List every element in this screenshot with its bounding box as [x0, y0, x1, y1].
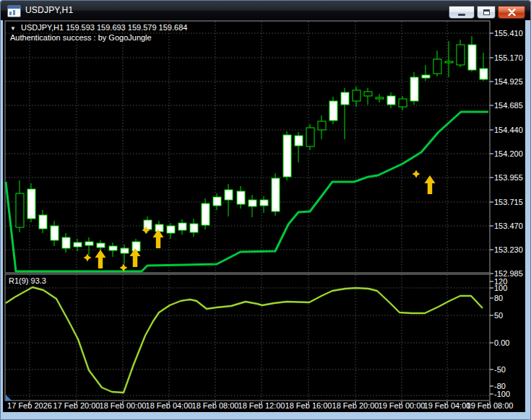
candle-body — [468, 45, 476, 70]
candle-body — [433, 59, 441, 74]
up-arrow-icon — [153, 229, 164, 248]
candle-body — [109, 246, 117, 250]
minimize-icon — [458, 14, 465, 16]
price-axis-label: 153.955 — [494, 173, 523, 182]
candle-body — [422, 75, 430, 78]
candle-body — [121, 248, 129, 253]
mt4-chart-window: USDJPY,H1 155.410155.170154.925154.68515… — [0, 0, 531, 420]
candle-body — [39, 215, 47, 229]
time-axis-label: 18 Feb 00:00 — [100, 401, 147, 410]
price-axis-label: 155.410 — [494, 29, 523, 38]
oscillator-axis-label: -50 — [494, 365, 506, 374]
oscillator-line — [6, 287, 483, 393]
chart-header: ▼ USDJPY,H1 159.593 159.693 159.579 159.… — [10, 23, 187, 32]
oscillator-axis-label: 80 — [494, 294, 503, 302]
price-axis-label: 154.925 — [494, 77, 523, 86]
candle-body — [190, 224, 198, 232]
price-axis-label: 153.715 — [494, 198, 523, 206]
candle-body — [27, 189, 35, 219]
window-title: USDJPY,H1 — [25, 5, 73, 15]
trend-line-path — [6, 112, 488, 271]
time-axis-label: 17 Feb 2026 — [7, 401, 52, 410]
symbol-dropdown-icon[interactable]: ▼ — [10, 25, 16, 32]
window-titlebar[interactable]: USDJPY,H1 — [1, 1, 530, 20]
candle-body — [353, 90, 361, 101]
candle-body — [16, 193, 24, 227]
candle-body — [74, 242, 82, 247]
price-axis-label: 154.200 — [494, 149, 523, 158]
oscillator-axis-label: 50 — [494, 311, 503, 320]
candle-body — [155, 224, 163, 232]
chart-canvas[interactable]: 155.410155.170154.925154.685154.440154.2… — [3, 20, 525, 412]
candle-body — [167, 226, 175, 233]
candle-body — [178, 223, 186, 230]
candle-body — [132, 242, 140, 251]
candle-body — [387, 96, 395, 105]
minimize-button[interactable] — [449, 6, 475, 19]
candle-body — [249, 200, 256, 206]
signal-star-icon — [84, 254, 92, 262]
time-axis-label: 19 Feb 00:00 — [379, 401, 426, 410]
restore-icon — [483, 9, 490, 15]
candle-body — [202, 204, 210, 225]
auth-message: Authentication success : by GogoJungle — [10, 33, 152, 42]
candle-body — [341, 92, 349, 105]
time-axis-label: 17 Feb 20:00 — [53, 401, 100, 410]
indicator-label: R1(9) 93.3 — [9, 276, 46, 285]
candle-body — [364, 92, 372, 96]
close-button[interactable] — [498, 6, 525, 19]
time-axis-label: 18 Feb 04:00 — [146, 401, 193, 410]
price-axis-label: 153.470 — [494, 222, 523, 230]
time-axis-label: 18 Feb 16:00 — [285, 401, 332, 410]
candle-body — [144, 220, 152, 229]
oscillator-axis-label: -100 — [494, 390, 510, 398]
candle-body — [225, 190, 233, 200]
axis-labels: 155.410155.170154.925154.685154.440154.2… — [7, 29, 523, 410]
candlesticks — [16, 36, 488, 264]
candle-body — [213, 197, 221, 206]
candle-body — [295, 136, 303, 146]
chart-window-icon — [7, 5, 21, 17]
candle-body — [399, 99, 407, 107]
price-axis-label: 154.440 — [494, 126, 523, 134]
ohlc-values: 159.593 159.693 159.579 159.684 — [66, 23, 187, 32]
signal-star-icon — [413, 170, 420, 178]
restore-button[interactable] — [477, 6, 496, 19]
chart-client-area[interactable]: 155.410155.170154.925154.685154.440154.2… — [3, 20, 525, 412]
candle-body — [329, 101, 337, 121]
up-arrow-icon — [95, 250, 106, 268]
up-arrow-icon — [425, 175, 436, 194]
candle-body — [237, 191, 245, 204]
candle-body — [97, 243, 105, 248]
candle-body — [445, 61, 453, 63]
time-axis-label: 19 Feb 08:00 — [467, 401, 514, 410]
candle-body — [62, 237, 70, 248]
candle-body — [283, 135, 291, 177]
oscillator-line-path — [6, 287, 483, 393]
price-axis-label: 154.685 — [494, 101, 523, 110]
candle-body — [272, 178, 280, 211]
price-axis-label: 155.170 — [494, 53, 523, 62]
time-axis-label: 19 Feb 04:00 — [424, 401, 471, 410]
candle-body — [480, 69, 488, 79]
signal-markers — [84, 170, 436, 272]
close-icon — [508, 9, 516, 16]
trend-line — [6, 112, 488, 271]
candle-body — [306, 128, 314, 146]
time-axis-label: 18 Feb 08:00 — [192, 401, 239, 410]
time-axis-label: 18 Feb 12:00 — [238, 401, 285, 410]
candle-body — [260, 200, 268, 206]
window-controls — [449, 6, 525, 19]
candle-body — [457, 45, 465, 65]
candle-body — [51, 226, 59, 240]
oscillator-axis-label: 0.00 — [494, 338, 509, 347]
candle-body — [376, 97, 384, 99]
oscillator-axis-label: 100 — [494, 284, 507, 292]
time-axis-label: 18 Feb 20:00 — [332, 401, 379, 410]
candle-body — [85, 242, 93, 245]
candle-body — [318, 121, 326, 130]
price-axis-label: 153.230 — [494, 245, 523, 254]
candle-body — [410, 77, 418, 101]
symbol-label: USDJPY,H1 — [21, 23, 64, 32]
